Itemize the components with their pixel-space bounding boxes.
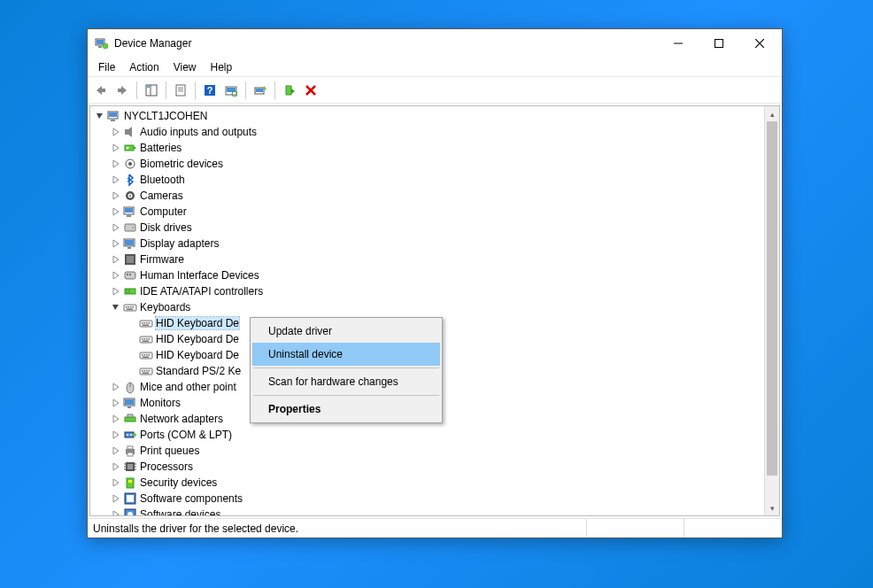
help-button[interactable]: ?	[200, 81, 220, 100]
tree-category[interactable]: Biometric devices	[90, 156, 764, 172]
tree-expander-closed[interactable]	[110, 492, 122, 505]
svg-rect-40	[125, 208, 133, 213]
back-button[interactable]	[91, 81, 111, 100]
svg-rect-71	[149, 338, 151, 340]
scroll-thumb[interactable]	[767, 121, 777, 476]
ctx-update-driver[interactable]: Update driver	[252, 320, 440, 343]
menu-help[interactable]: Help	[204, 59, 240, 75]
svg-rect-64	[146, 322, 148, 324]
tree-category[interactable]: Ports (COM & LPT)	[90, 427, 764, 443]
svg-point-35	[128, 162, 132, 166]
tree-category[interactable]: Cameras	[90, 188, 764, 204]
tree-expander-closed[interactable]	[110, 429, 122, 441]
computer-root-icon	[107, 109, 121, 123]
tree-expander-closed[interactable]	[110, 460, 122, 473]
tree-category[interactable]: Bluetooth	[90, 172, 764, 188]
software-dev-icon	[123, 507, 137, 515]
tree-category[interactable]: Audio inputs and outputs	[90, 124, 764, 140]
tree-expander-closed[interactable]	[110, 445, 122, 457]
toolbar-separator	[136, 81, 137, 99]
menu-file[interactable]: File	[91, 59, 122, 75]
tree-expander-closed[interactable]	[110, 269, 122, 282]
svg-rect-77	[149, 354, 151, 356]
uninstall-device-button[interactable]	[301, 81, 321, 100]
tree-category[interactable]: Computer	[90, 204, 764, 220]
tree-expander-open[interactable]	[94, 110, 106, 122]
tree-category[interactable]: Software components	[90, 491, 764, 507]
tree-expander-closed[interactable]	[110, 381, 122, 393]
tree-expander-closed[interactable]	[110, 126, 122, 138]
audio-icon	[123, 125, 137, 139]
titlebar[interactable]: Device Manager	[88, 29, 782, 58]
ctx-scan-hardware[interactable]: Scan for hardware changes	[252, 370, 440, 393]
show-hide-console-button[interactable]	[142, 81, 161, 100]
tree-category-label: Mice and other point	[140, 381, 236, 393]
disk-icon	[123, 220, 137, 235]
display-icon	[123, 236, 137, 251]
tree-category-label: Firmware	[140, 253, 184, 266]
forward-button[interactable]	[112, 81, 132, 100]
minimize-button[interactable]	[658, 30, 699, 57]
tree-category[interactable]: Display adapters	[90, 236, 764, 251]
tree-category[interactable]: Keyboards	[90, 299, 764, 315]
tree-expander-closed[interactable]	[110, 285, 122, 298]
network-icon	[123, 412, 137, 426]
toolbar-separator	[245, 81, 246, 99]
tree-expander-closed[interactable]	[110, 476, 122, 489]
svg-point-93	[127, 434, 128, 436]
tree-category[interactable]: Software devices	[90, 507, 764, 515]
tree-category-label: Security devices	[140, 476, 217, 489]
tree-category-label: Monitors	[140, 397, 181, 409]
tree-expander-closed[interactable]	[110, 158, 122, 170]
ctx-separator	[253, 395, 439, 396]
tree-category[interactable]: Disk drives	[90, 220, 764, 236]
tree-category[interactable]: Processors	[90, 459, 764, 475]
tree-category[interactable]: Human Interface Devices	[90, 267, 764, 283]
tree-root[interactable]: NYCLT1JCOHEN	[90, 108, 764, 124]
maximize-button[interactable]	[699, 30, 739, 57]
tree-expander-closed[interactable]	[110, 253, 122, 266]
close-button[interactable]	[739, 30, 780, 57]
ctx-uninstall-device[interactable]: Uninstall device	[252, 343, 440, 366]
keyboard-icon	[139, 316, 153, 330]
tree-expander-closed[interactable]	[110, 205, 122, 218]
properties-button[interactable]	[171, 81, 190, 100]
tree-device-label: HID Keyboard De	[156, 349, 239, 361]
scan-hardware-button[interactable]	[221, 81, 241, 100]
tree-expander-closed[interactable]	[110, 413, 122, 425]
scroll-down-arrow[interactable]: ▾	[765, 500, 780, 515]
menu-action[interactable]: Action	[122, 59, 166, 75]
svg-rect-84	[143, 373, 149, 375]
scroll-up-arrow[interactable]: ▴	[765, 106, 780, 121]
tree-expander-open[interactable]	[110, 301, 122, 313]
tree-category-label: Network adapters	[140, 413, 223, 425]
tree-category[interactable]: IDE ATA/ATAPI controllers	[90, 283, 764, 299]
menu-view[interactable]: View	[166, 59, 204, 75]
svg-rect-62	[142, 322, 143, 324]
enable-device-button[interactable]	[280, 81, 299, 100]
tree-expander-closed[interactable]	[110, 142, 122, 154]
svg-rect-56	[126, 306, 127, 308]
tree-expander-closed[interactable]	[110, 508, 122, 515]
tree-category-label: Human Interface Devices	[140, 269, 259, 282]
svg-rect-9	[118, 89, 123, 92]
tree-expander-closed[interactable]	[110, 190, 122, 202]
tree-expander-closed[interactable]	[110, 397, 122, 409]
svg-rect-29	[111, 120, 115, 121]
toolbar-separator	[195, 81, 196, 99]
firmware-icon	[123, 252, 137, 267]
ide-icon	[123, 284, 137, 298]
ctx-properties[interactable]: Properties	[252, 398, 440, 421]
tree-expander-closed[interactable]	[110, 221, 122, 234]
status-cell-3	[684, 519, 782, 538]
svg-rect-30	[125, 129, 128, 135]
tree-category[interactable]: Batteries	[90, 140, 764, 156]
update-driver-button[interactable]	[251, 81, 270, 100]
tree-category[interactable]: Security devices	[90, 475, 764, 491]
tree-category[interactable]: Firmware	[90, 251, 764, 267]
device-tree[interactable]: NYCLT1JCOHENAudio inputs and outputsBatt…	[90, 106, 764, 515]
vertical-scrollbar[interactable]: ▴ ▾	[764, 106, 779, 515]
tree-expander-closed[interactable]	[110, 174, 122, 186]
tree-category[interactable]: Print queues	[90, 443, 764, 459]
tree-expander-closed[interactable]	[110, 237, 122, 250]
